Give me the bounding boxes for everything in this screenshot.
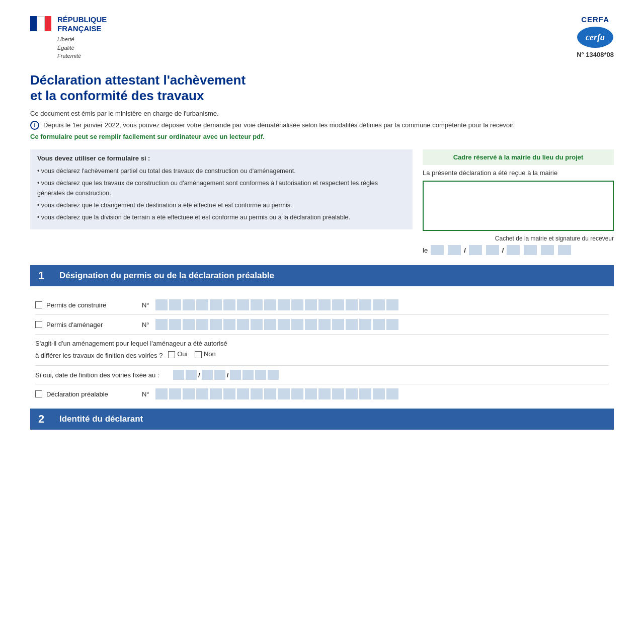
header-right: CERFA cerfa N° 13408*08	[577, 15, 614, 58]
df-y2[interactable]	[243, 370, 254, 380]
dp-box-10[interactable]	[278, 388, 290, 399]
pa-box-16[interactable]	[359, 319, 371, 330]
dp-box-8[interactable]	[251, 388, 263, 399]
date-box-y3[interactable]	[541, 245, 554, 255]
pc-box-15[interactable]	[346, 299, 358, 310]
pa-box-17[interactable]	[373, 319, 385, 330]
df-y1[interactable]	[230, 370, 241, 380]
header: RÉPUBLIQUE FRANÇAISE Liberté Égalité Fra…	[30, 15, 614, 60]
pc-box-1[interactable]	[155, 299, 168, 310]
mairie-stamp-area[interactable]	[423, 181, 614, 231]
pa-box-7[interactable]	[237, 319, 249, 330]
non-label: Non	[195, 349, 216, 360]
pc-box-3[interactable]	[183, 299, 195, 310]
pc-box-13[interactable]	[318, 299, 331, 310]
cerfa-logo-text: cerfa	[586, 32, 605, 43]
declaration-prealable-field-label: N°	[142, 390, 149, 398]
pc-box-7[interactable]	[237, 299, 249, 310]
date-box-m2[interactable]	[486, 245, 499, 255]
df-m1[interactable]	[202, 370, 213, 380]
cerfa-number: N° 13408*08	[577, 51, 614, 58]
permis-amenager-input-boxes	[155, 319, 398, 330]
oui-checkbox[interactable]	[168, 351, 175, 358]
pc-box-9[interactable]	[264, 299, 276, 310]
pa-box-15[interactable]	[346, 319, 358, 330]
dp-box-3[interactable]	[183, 388, 195, 399]
flag-blue	[30, 16, 37, 31]
pa-box-13[interactable]	[318, 319, 331, 330]
dp-box-14[interactable]	[332, 388, 344, 399]
pc-box-5[interactable]	[210, 299, 222, 310]
pc-box-6[interactable]	[223, 299, 235, 310]
cerfa-logo: cerfa	[577, 27, 613, 48]
pc-box-18[interactable]	[386, 299, 398, 310]
pc-box-8[interactable]	[251, 299, 263, 310]
pa-box-3[interactable]	[183, 319, 195, 330]
pc-box-16[interactable]	[359, 299, 371, 310]
pa-box-8[interactable]	[251, 319, 263, 330]
section1-number: 1	[38, 269, 50, 282]
declaration-prealable-checkbox[interactable]	[35, 390, 42, 397]
dp-box-11[interactable]	[291, 388, 303, 399]
pc-box-10[interactable]	[278, 299, 290, 310]
permis-construire-text: Permis de construire	[46, 301, 106, 309]
pa-box-10[interactable]	[278, 319, 290, 330]
df-d1[interactable]	[173, 370, 184, 380]
pa-box-5[interactable]	[210, 319, 222, 330]
dp-box-12[interactable]	[305, 388, 317, 399]
pa-box-11[interactable]	[291, 319, 303, 330]
dp-box-4[interactable]	[196, 388, 208, 399]
df-y4[interactable]	[268, 370, 279, 380]
amenagement-question-2: à différer les travaux de finition des v…	[35, 352, 163, 360]
date-box-m1[interactable]	[469, 245, 482, 255]
pa-box-1[interactable]	[155, 319, 168, 330]
df-y3[interactable]	[255, 370, 266, 380]
usage-box-title: Vous devez utiliser ce formulaire si :	[37, 154, 406, 162]
df-m2[interactable]	[214, 370, 225, 380]
pc-box-12[interactable]	[305, 299, 317, 310]
permis-amenager-checkbox[interactable]	[35, 321, 42, 328]
pc-box-4[interactable]	[196, 299, 208, 310]
declaration-prealable-row: Déclaration préalable N°	[35, 384, 609, 404]
date-box-y1[interactable]	[507, 245, 520, 255]
dp-box-13[interactable]	[318, 388, 331, 399]
pc-box-14[interactable]	[332, 299, 344, 310]
dp-box-17[interactable]	[373, 388, 385, 399]
declaration-prealable-text: Déclaration préalable	[46, 390, 108, 398]
pa-box-9[interactable]	[264, 319, 276, 330]
header-left: RÉPUBLIQUE FRANÇAISE Liberté Égalité Fra…	[30, 15, 107, 60]
pa-box-14[interactable]	[332, 319, 344, 330]
pc-box-11[interactable]	[291, 299, 303, 310]
pa-box-6[interactable]	[223, 319, 235, 330]
date-finition-row: Si oui, date de finition des voiries fix…	[35, 366, 609, 384]
section1-title: Désignation du permis ou de la déclarati…	[59, 271, 274, 281]
pc-box-2[interactable]	[169, 299, 181, 310]
date-box-d2[interactable]	[448, 245, 461, 255]
dp-box-9[interactable]	[264, 388, 276, 399]
info-icon: i	[30, 121, 39, 130]
dp-box-6[interactable]	[223, 388, 235, 399]
two-col: Vous devez utiliser ce formulaire si : •…	[30, 149, 614, 255]
date-box-y4[interactable]	[558, 245, 571, 255]
dp-box-16[interactable]	[359, 388, 371, 399]
info-row: i Depuis le 1er janvier 2022, vous pouve…	[30, 120, 614, 130]
non-checkbox[interactable]	[195, 351, 202, 358]
dp-box-5[interactable]	[210, 388, 222, 399]
permis-construire-checkbox[interactable]	[35, 301, 42, 308]
pa-box-18[interactable]	[386, 319, 398, 330]
pc-box-17[interactable]	[373, 299, 385, 310]
dp-box-2[interactable]	[169, 388, 181, 399]
df-d2[interactable]	[186, 370, 197, 380]
pa-box-12[interactable]	[305, 319, 317, 330]
date-box-d1[interactable]	[431, 245, 444, 255]
flag-red	[45, 16, 51, 31]
pa-box-4[interactable]	[196, 319, 208, 330]
cerfa-label: CERFA	[581, 15, 609, 24]
dp-box-7[interactable]	[237, 388, 249, 399]
oui-label: Oui	[168, 349, 187, 360]
dp-box-15[interactable]	[346, 388, 358, 399]
date-box-y2[interactable]	[524, 245, 537, 255]
dp-box-1[interactable]	[155, 388, 168, 399]
pa-box-2[interactable]	[169, 319, 181, 330]
dp-box-18[interactable]	[386, 388, 398, 399]
